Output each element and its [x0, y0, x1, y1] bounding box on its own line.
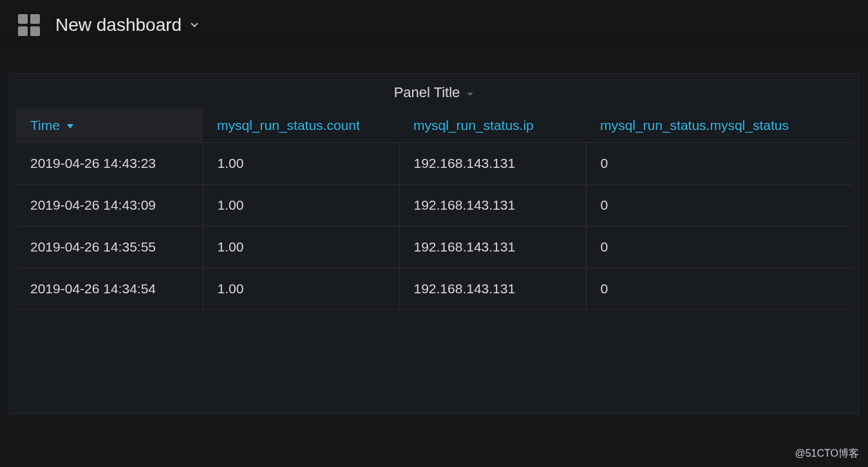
cell-ip: 192.168.143.131	[399, 185, 586, 226]
cell-count: 1.00	[203, 143, 399, 185]
cell-status: 0	[586, 185, 852, 226]
sort-desc-icon	[66, 118, 74, 133]
column-header-time[interactable]: Time	[16, 109, 203, 143]
table-row: 2019-04-26 14:43:091.00192.168.143.1310	[16, 185, 852, 226]
dashboard-header: New dashboard	[0, 0, 868, 48]
cell-count: 1.00	[203, 268, 399, 310]
column-header-status[interactable]: mysql_run_status.mysql_status	[586, 109, 852, 143]
dashboard-title-dropdown[interactable]: New dashboard	[55, 15, 198, 35]
cell-status: 0	[586, 268, 852, 310]
panel: Panel Title Time mysql_run_status.count	[9, 73, 859, 414]
column-header-label: mysql_run_status.ip	[413, 118, 534, 133]
table-row: 2019-04-26 14:35:551.00192.168.143.1310	[16, 226, 852, 268]
column-header-label: mysql_run_status.mysql_status	[600, 118, 789, 133]
table-row: 2019-04-26 14:43:231.00192.168.143.1310	[16, 143, 852, 185]
chevron-down-icon	[191, 23, 198, 28]
cell-ip: 192.168.143.131	[399, 143, 586, 185]
dashboard-icon[interactable]	[18, 14, 40, 36]
cell-ip: 192.168.143.131	[399, 226, 586, 268]
cell-time: 2019-04-26 14:35:55	[16, 226, 203, 268]
cell-ip: 192.168.143.131	[399, 268, 586, 310]
column-header-label: mysql_run_status.count	[217, 118, 360, 133]
panel-title-text: Panel Title	[394, 84, 460, 101]
cell-time: 2019-04-26 14:34:54	[16, 268, 203, 310]
column-header-ip[interactable]: mysql_run_status.ip	[399, 109, 586, 143]
dashboard-title-text: New dashboard	[55, 15, 182, 35]
panel-title-dropdown[interactable]: Panel Title	[394, 84, 475, 101]
cell-time: 2019-04-26 14:43:09	[16, 185, 203, 226]
panel-title-bar: Panel Title	[10, 74, 858, 109]
column-header-label: Time	[30, 118, 60, 133]
data-table: Time mysql_run_status.count mysql_run_st…	[16, 109, 852, 310]
watermark: @51CTO博客	[795, 447, 859, 461]
cell-time: 2019-04-26 14:43:23	[16, 143, 203, 185]
cell-count: 1.00	[203, 185, 399, 226]
cell-status: 0	[586, 226, 852, 268]
column-header-count[interactable]: mysql_run_status.count	[203, 109, 399, 143]
cell-count: 1.00	[203, 226, 399, 268]
table-row: 2019-04-26 14:34:541.00192.168.143.1310	[16, 268, 852, 310]
caret-down-icon	[466, 84, 474, 101]
cell-status: 0	[586, 143, 852, 185]
table-header-row: Time mysql_run_status.count mysql_run_st…	[16, 109, 852, 143]
